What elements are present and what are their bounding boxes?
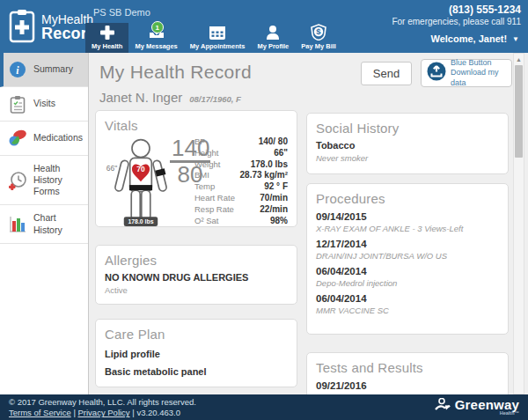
care-plan-card: Care Plan Lipid profile Basic metabolic … <box>95 319 297 387</box>
figure-weight-label: 178.0 lbs <box>128 218 153 225</box>
social-history-entry: Tobacco Never smoker <box>316 140 499 163</box>
vital-value: 66" <box>274 148 288 158</box>
tab-label: My Profile <box>257 42 289 50</box>
user-menu[interactable]: Welcome, Janet! ▼ <box>430 33 519 44</box>
sidebar-item-label: Visits <box>33 98 55 109</box>
patient-name: Janet N. Inger <box>99 90 182 105</box>
vitals-card-title: Vitals <box>105 118 288 133</box>
sidebar-item-chart-history[interactable]: Chart History <box>0 205 88 243</box>
blue-button-line1: Blue Button <box>451 58 506 68</box>
procedure-desc: X-RAY EXAM OF ANKLE - 3 Views-Left <box>316 224 499 233</box>
brand-name: Greenway <box>455 398 519 411</box>
patient-dob-sex: 08/17/1960, F <box>189 94 241 104</box>
download-icon <box>427 62 446 85</box>
procedure-date: 09/14/2015 <box>316 211 499 222</box>
app-logo[interactable]: MyHealth Record <box>9 8 97 47</box>
vital-row: Temp92 ° F <box>194 181 288 193</box>
vertical-scrollbar[interactable]: ▲ <box>513 53 524 394</box>
messages-badge: 1 <box>151 21 164 33</box>
pills-icon <box>7 129 28 147</box>
link-separator: | <box>73 408 75 417</box>
left-sidebar: i Summary Visits <box>0 53 89 394</box>
patient-header: Janet N. Inger 08/17/1960, F <box>99 90 241 105</box>
blue-button-line2: Download my data <box>451 68 506 88</box>
link-separator: | <box>132 408 134 417</box>
tab-my-appointments[interactable]: My Appointments <box>184 23 252 53</box>
procedure-entry: 06/04/2014 MMR VACCINE SC <box>316 293 499 315</box>
vital-value: 98% <box>270 216 288 225</box>
privacy-policy-link[interactable]: Privacy Policy <box>78 408 130 417</box>
blue-button-download[interactable]: Blue Button Download my data <box>421 59 512 87</box>
scrollbar-thumb[interactable] <box>515 65 523 158</box>
procedure-date: 12/17/2014 <box>316 239 499 249</box>
scroll-up-arrow[interactable]: ▲ <box>514 54 524 64</box>
tab-pay-my-bill[interactable]: $ Pay My Bill <box>295 23 342 53</box>
allergies-card-title: Allergies <box>105 253 288 268</box>
footer-text: © 2017 Greenway Health, LLC. All rights … <box>9 397 196 419</box>
inbox-icon: 1 <box>148 25 165 41</box>
vitals-card: Vitals 66" <box>95 110 297 227</box>
test-date: 09/21/2016 <box>316 380 499 391</box>
social-history-card: Social History Tobacco Never smoker <box>306 113 509 174</box>
tab-label: My Health <box>92 42 122 50</box>
care-plan-item: Basic metabolic panel <box>105 366 288 377</box>
vital-value: 28.73 kg/m² <box>240 170 288 180</box>
blue-button-text: Blue Button Download my data <box>451 58 506 88</box>
phone-number: (813) 555-1234 <box>392 4 521 16</box>
vital-row: O² Sat98% <box>194 216 288 227</box>
vital-row: Heart Rate70/min <box>194 193 288 204</box>
vital-value: 22/min <box>260 204 288 214</box>
info-icon: i <box>7 61 28 78</box>
vital-label: BP <box>194 136 259 146</box>
greenway-logo-icon <box>435 398 452 416</box>
sidebar-item-label: Chart History <box>33 212 84 235</box>
sidebar-item-visits[interactable]: Visits <box>0 87 88 122</box>
tab-label: My Messages <box>135 42 177 50</box>
history-clock-icon <box>7 171 28 190</box>
sidebar-item-label: Medications <box>33 132 83 144</box>
figure-height-label: 66" <box>106 164 117 173</box>
test-entry: 09/21/2016 <box>316 380 499 391</box>
care-plan-card-title: Care Plan <box>105 327 288 342</box>
emergency-phone-block: (813) 555-1234 For emergencies, please c… <box>392 4 521 26</box>
vital-label: Height <box>194 148 274 158</box>
vital-value: 92 ° F <box>264 181 288 191</box>
tab-my-profile[interactable]: My Profile <box>251 23 295 53</box>
allergy-title: NO KNOWN DRUG ALLERGIES <box>105 272 288 283</box>
sidebar-item-label: Health History Forms <box>33 163 84 197</box>
sidebar-item-medications[interactable]: Medications <box>0 122 88 156</box>
procedures-card: Procedures 09/14/2015 X-RAY EXAM OF ANKL… <box>306 183 509 335</box>
page-title: My Health Record <box>99 62 252 83</box>
tab-my-health[interactable]: My Health <box>85 23 128 53</box>
sidebar-item-summary[interactable]: i Summary <box>0 53 88 87</box>
footer-links: Terms of Service | Privacy Policy | v3.2… <box>9 408 196 418</box>
environment-label: PS SB Demo <box>93 7 150 18</box>
tab-label: Pay My Bill <box>301 42 336 50</box>
procedure-desc: MMR VACCINE SC <box>316 306 499 315</box>
vital-label: Heart Rate <box>194 193 260 203</box>
footer-bar: © 2017 Greenway Health, LLC. All rights … <box>0 394 528 420</box>
vitals-body: 66" 70 1 <box>105 136 288 225</box>
sidebar-item-health-history-forms[interactable]: Health History Forms <box>0 156 88 205</box>
clipboard-plus-logo-icon <box>9 8 35 47</box>
vital-label: BMI <box>194 170 240 180</box>
person-icon <box>266 25 280 41</box>
send-button[interactable]: Send <box>361 62 412 85</box>
procedure-date: 06/04/2014 <box>316 293 499 304</box>
vital-value: 140/ 80 <box>259 136 288 146</box>
clipboard-icon <box>7 95 28 114</box>
procedure-date: 06/04/2014 <box>316 266 499 276</box>
social-history-topic: Tobacco <box>316 140 499 151</box>
social-history-card-title: Social History <box>316 121 499 136</box>
app-version: v3.20.463.0 <box>136 408 180 417</box>
copyright-text: © 2017 Greenway Health, LLC. All rights … <box>9 397 196 408</box>
allergy-status: Active <box>105 285 288 295</box>
welcome-text: Welcome, Janet! <box>430 33 507 44</box>
care-plan-item: Lipid profile <box>105 349 288 359</box>
vital-label: Temp <box>194 181 264 191</box>
procedure-entry: 09/14/2015 X-RAY EXAM OF ANKLE - 3 Views… <box>316 211 499 233</box>
primary-navigation: My Health 1 My Messages <box>85 23 342 53</box>
terms-of-service-link[interactable]: Terms of Service <box>9 408 71 417</box>
vital-label: Weight <box>194 159 251 169</box>
tab-my-messages[interactable]: 1 My Messages <box>128 23 183 53</box>
